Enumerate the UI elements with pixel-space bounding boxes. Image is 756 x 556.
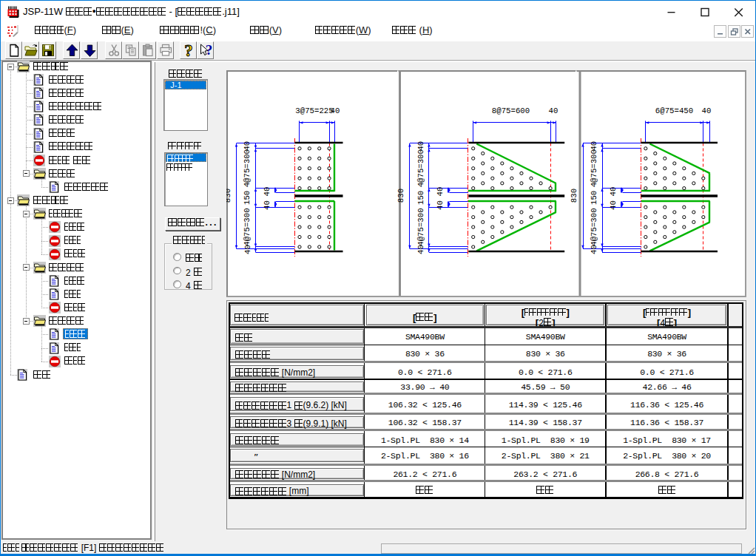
svg-text:4@75=300: 4@75=300 (416, 149, 425, 187)
svg-text:40: 40 (262, 186, 271, 196)
svg-text:830: 830 (396, 188, 405, 202)
svg-text:40: 40 (590, 140, 598, 150)
svg-text:4@75=300: 4@75=300 (590, 208, 598, 245)
svg-text:8@75=600: 8@75=600 (491, 106, 529, 115)
svg-text:4@75=300: 4@75=300 (243, 149, 252, 187)
svg-text:40: 40 (548, 106, 558, 115)
svg-text:40: 40 (436, 186, 445, 196)
svg-text:40: 40 (701, 106, 711, 115)
svg-text:4@75=300: 4@75=300 (590, 149, 598, 187)
svg-text:40: 40 (262, 200, 271, 210)
svg-text:830: 830 (226, 188, 232, 202)
svg-text:4@75=300: 4@75=300 (243, 208, 252, 245)
svg-text:6@75=450: 6@75=450 (655, 106, 692, 115)
svg-text:40: 40 (243, 245, 252, 254)
svg-text:150: 150 (416, 190, 425, 204)
svg-text:40: 40 (590, 245, 598, 254)
svg-text:40: 40 (436, 200, 445, 210)
svg-text:150: 150 (590, 190, 598, 204)
svg-text:40: 40 (609, 186, 618, 196)
svg-text:830: 830 (570, 188, 578, 202)
svg-text:40: 40 (243, 140, 252, 150)
svg-text:?: ? (184, 42, 193, 58)
svg-text:150: 150 (243, 190, 252, 204)
svg-text:40: 40 (609, 200, 618, 210)
svg-text:40: 40 (330, 106, 340, 115)
svg-text:40: 40 (416, 140, 425, 150)
svg-text:40: 40 (416, 245, 425, 254)
svg-text:4@75=300: 4@75=300 (416, 208, 425, 245)
svg-text:3@75=225: 3@75=225 (295, 106, 333, 115)
